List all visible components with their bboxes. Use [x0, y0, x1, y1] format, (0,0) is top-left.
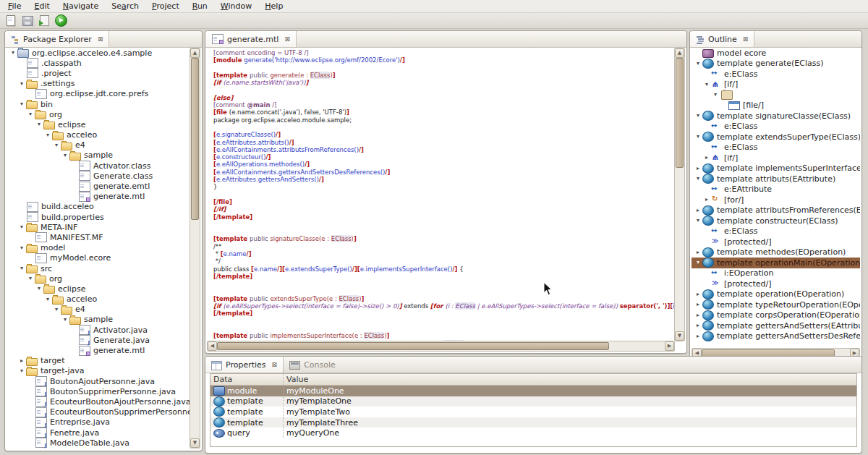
- expand-arrow-icon[interactable]: ▾: [17, 100, 26, 109]
- toolbar-button-new-file[interactable]: [4, 14, 18, 27]
- outline-item[interactable]: [protected/]: [692, 278, 860, 289]
- outline-item[interactable]: ▾template constructeur(EClass): [692, 216, 860, 226]
- outline-item[interactable]: [protected/]: [692, 237, 860, 247]
- code-line[interactable]: [213, 325, 675, 332]
- outline-item[interactable]: [file/]: [692, 101, 860, 111]
- expand-arrow-icon[interactable]: ▾: [17, 80, 26, 88]
- code-line[interactable]: [e.eAllOperations.methodes()/]: [213, 161, 675, 168]
- expand-arrow-icon[interactable]: ▾: [61, 315, 69, 324]
- code-line[interactable]: [e.eAttributes.gettersAndSetters()/]: [213, 176, 675, 183]
- package-explorer-item[interactable]: ▾bin: [7, 99, 190, 109]
- expand-arrow-icon[interactable]: ▾: [694, 258, 702, 267]
- package-explorer-item[interactable]: ▾e4: [7, 305, 190, 315]
- expand-arrow-icon[interactable]: ▸: [694, 332, 702, 341]
- package-explorer-item[interactable]: org.eclipse.jdt.core.prefs: [7, 89, 190, 99]
- code-line[interactable]: [/template]: [213, 273, 675, 280]
- properties-row[interactable]: querymyQueryOne: [210, 428, 856, 438]
- outline-item[interactable]: e:EClass: [692, 122, 860, 132]
- package-explorer-item[interactable]: Generate.java: [7, 335, 190, 345]
- code-line[interactable]: [comment encoding = UTF-8 /]: [213, 49, 675, 56]
- outline-tab[interactable]: Outline ⊠: [690, 31, 754, 47]
- package-explorer-item[interactable]: ▾org: [7, 273, 190, 284]
- tab-console[interactable]: Console: [284, 357, 342, 373]
- properties-row[interactable]: templatemyTemplateTwo: [210, 407, 856, 417]
- menu-file[interactable]: File: [1, 1, 27, 12]
- outline-item[interactable]: e:EClass: [692, 226, 860, 237]
- code-line[interactable]: [213, 228, 675, 235]
- column-header-value[interactable]: Value: [284, 374, 856, 385]
- code-line[interactable]: [else]: [213, 94, 675, 101]
- scroll-up-icon[interactable]: ▲: [190, 48, 200, 58]
- expand-arrow-icon[interactable]: ▸: [694, 321, 702, 330]
- expand-arrow-icon[interactable]: ▸: [694, 300, 702, 309]
- package-explorer-item[interactable]: ▾.settings: [7, 79, 190, 89]
- editor-vertical-scrollbar[interactable]: ▲ ▼: [674, 48, 685, 341]
- package-explorer-item[interactable]: ▾target-java: [7, 366, 190, 376]
- outline-item[interactable]: ▸template gettersAndSetters(EAttribute): [692, 320, 860, 331]
- expand-arrow-icon[interactable]: ▸: [694, 290, 702, 299]
- outline-item[interactable]: ▸[if/]: [692, 153, 860, 163]
- toolbar-button-save[interactable]: [20, 14, 35, 27]
- expand-arrow-icon[interactable]: ▸: [694, 311, 702, 320]
- package-explorer-item[interactable]: Activator.class: [7, 161, 190, 171]
- package-explorer-item[interactable]: .classpath: [7, 58, 190, 68]
- expand-arrow-icon[interactable]: ▾: [26, 274, 35, 283]
- properties-row[interactable]: templatemyTemplateOne: [210, 396, 856, 407]
- code-line[interactable]: [template public generate(e : EClass)]: [213, 72, 675, 79]
- outline-item[interactable]: ▾template extendsSuperType(EClass): [692, 132, 860, 143]
- code-line[interactable]: [comment @main /]: [213, 101, 675, 109]
- menu-navigate[interactable]: Navigate: [56, 1, 105, 12]
- code-line[interactable]: [/file]: [213, 198, 675, 205]
- code-line[interactable]: [213, 124, 675, 131]
- code-line[interactable]: [if (e.eAllSuperTypes->select(interface …: [213, 302, 675, 310]
- expand-arrow-icon[interactable]: ▾: [694, 132, 702, 141]
- code-line[interactable]: [template public implementsSuperInterfac…: [213, 332, 675, 339]
- expand-arrow-icon[interactable]: ▾: [702, 80, 711, 89]
- code-line[interactable]: [template public extendsSuperType(e : EC…: [213, 295, 675, 302]
- scroll-right-icon[interactable]: ▶: [665, 341, 674, 351]
- scroll-down-icon[interactable]: ▼: [675, 331, 684, 341]
- package-explorer-vertical-scrollbar[interactable]: ▲ ▼: [190, 48, 200, 448]
- outline-item[interactable]: ▸template methodes(EOperation): [692, 247, 860, 258]
- expand-arrow-icon[interactable]: ▾: [35, 120, 43, 129]
- expand-arrow-icon[interactable]: ▾: [694, 174, 702, 183]
- package-explorer-item[interactable]: ▾src: [7, 263, 190, 273]
- outline-item[interactable]: e:EClass: [692, 143, 860, 153]
- code-line[interactable]: [213, 191, 675, 198]
- package-explorer-item[interactable]: ▾org.eclipse.acceleo.e4.sample: [7, 48, 190, 58]
- package-explorer-item[interactable]: ▾model: [7, 243, 190, 253]
- expand-arrow-icon[interactable]: ▾: [694, 59, 702, 68]
- package-explorer-item[interactable]: ▾eclipse: [7, 284, 190, 294]
- editor-horizontal-scrollbar[interactable]: ◀ ▶: [207, 341, 675, 352]
- expand-arrow-icon[interactable]: ▾: [43, 295, 52, 304]
- outline-item[interactable]: ▾[if/]: [692, 80, 860, 90]
- code-line[interactable]: [213, 288, 675, 295]
- menu-help[interactable]: Help: [258, 1, 289, 12]
- outline-item[interactable]: ▾template operationMain(EOperation): [692, 258, 860, 268]
- package-explorer-item[interactable]: Activator.java: [7, 325, 190, 335]
- code-line[interactable]: [213, 221, 675, 228]
- outline-item[interactable]: ▸template implementsSuperInterface(EClas…: [692, 163, 860, 174]
- expand-arrow-icon[interactable]: ▸: [694, 206, 702, 215]
- code-line[interactable]: [file (e.name.concat('.java'), false, 'U…: [213, 109, 675, 116]
- outline-item[interactable]: ▾template attributs(EAttribute): [692, 174, 860, 184]
- expand-arrow-icon[interactable]: ▾: [17, 244, 26, 252]
- code-editor[interactable]: [comment encoding = UTF-8 /][module gene…: [207, 48, 675, 341]
- menu-search[interactable]: Search: [105, 1, 145, 12]
- code-line[interactable]: [/template]: [213, 310, 675, 317]
- package-explorer-item[interactable]: myModel.ecore: [7, 253, 190, 263]
- outline-item[interactable]: ▸template attributsFromReferences(ERefer…: [692, 205, 860, 216]
- expand-arrow-icon[interactable]: ▾: [694, 111, 702, 120]
- package-explorer-item[interactable]: build.acceleo: [7, 202, 190, 212]
- expand-arrow-icon[interactable]: ▸: [17, 357, 26, 365]
- code-line[interactable]: [template public signatureClasse(e : ECl…: [213, 235, 675, 242]
- package-explorer-item[interactable]: ▾e4: [7, 140, 190, 150]
- scrollbar-thumb[interactable]: [217, 342, 609, 350]
- code-line[interactable]: [e.eAllContainments.attributsFromReferen…: [213, 146, 675, 153]
- tab-properties[interactable]: Properties ⊠: [205, 357, 284, 373]
- package-explorer-item[interactable]: Entreprise.java: [7, 417, 190, 428]
- package-explorer-item[interactable]: ▾eclipse: [7, 119, 190, 129]
- code-line[interactable]: [/if]: [213, 205, 675, 213]
- code-line[interactable]: [e.eAllContainments.gettersAndSettersDes…: [213, 169, 675, 176]
- expand-arrow-icon[interactable]: ▸: [694, 248, 702, 257]
